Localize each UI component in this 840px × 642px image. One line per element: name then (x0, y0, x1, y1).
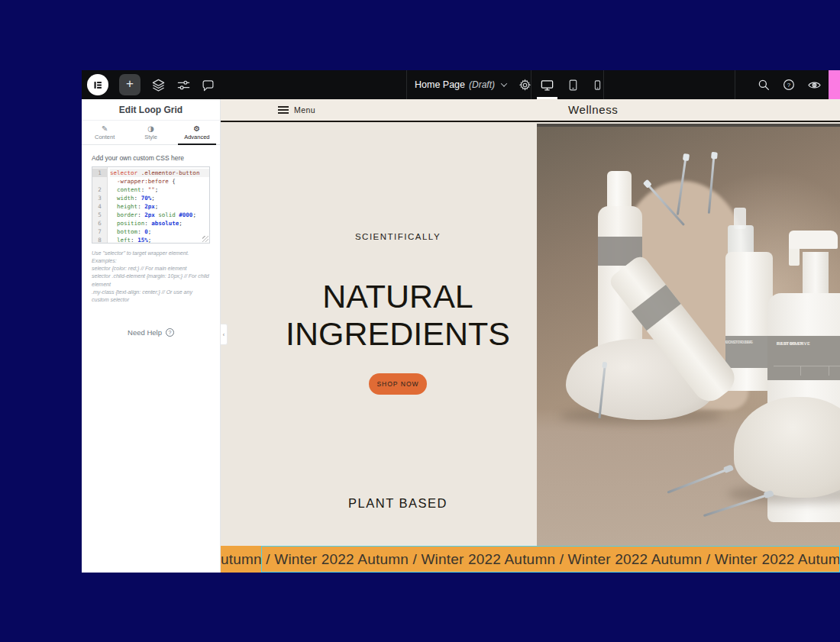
css-gutter: 12345678 (92, 167, 108, 243)
marquee-text: utumn / Winter 2022 Autumn / Winter 2022… (221, 551, 840, 568)
structure-button[interactable] (151, 70, 166, 99)
photo-pump-bottle-head (789, 231, 838, 249)
widget-settings-panel: Edit Loop Grid ✎ Content ◑ Style ⚙ Advan… (82, 99, 221, 573)
shop-now-button[interactable]: SHOP NOW (369, 373, 427, 395)
svg-text:?: ? (787, 82, 791, 89)
pencil-icon: ✎ (102, 124, 108, 133)
structure-layers-icon (151, 78, 166, 92)
document-switcher[interactable]: Home Page (Draft) (415, 70, 531, 99)
panel-tabs: ✎ Content ◑ Style ⚙ Advanced (82, 121, 220, 145)
device-tablet-button[interactable] (565, 70, 581, 99)
hamburger-icon (278, 106, 289, 114)
toolbar-divider (406, 70, 407, 99)
site-logo[interactable]: Wellness (568, 99, 618, 121)
document-settings-button[interactable] (519, 79, 531, 92)
tab-style[interactable]: ◑ Style (128, 121, 173, 144)
photo-pump-bottle-neck (803, 252, 829, 296)
hero-product-photo[interactable]: MOISTURIZING CONDITIONER RESTORATIVE HAI… (537, 124, 840, 546)
marquee-banner[interactable]: utumn / Winter 2022 Autumn / Winter 2022… (221, 546, 840, 573)
mobile-icon (592, 79, 603, 91)
tab-advanced[interactable]: ⚙ Advanced (174, 121, 220, 144)
toolbar-right-group: ? (757, 70, 822, 99)
hero-tagline[interactable]: PLANT BASED (245, 496, 551, 511)
panel-collapse-handle[interactable]: ‹ (221, 324, 228, 345)
toolbar-divider (531, 70, 531, 99)
toolbar-divider (735, 70, 735, 99)
toolbar-divider (603, 70, 604, 99)
site-menu-toggle[interactable]: Menu (278, 99, 315, 121)
photo-foam-bottle-collar (728, 225, 754, 254)
site-header: Menu Wellness (221, 99, 840, 122)
editor-body: Edit Loop Grid ✎ Content ◑ Style ⚙ Advan… (82, 99, 840, 573)
need-help-label: Need Help (128, 328, 162, 337)
search-icon (757, 78, 771, 92)
photo-foam-bottle-label: MOISTURIZING CONDITIONER (725, 336, 773, 368)
document-status: (Draft) (469, 79, 495, 90)
editor-toolbar: + Home Page (Draft) (82, 70, 840, 99)
add-element-button[interactable]: + (119, 74, 141, 95)
editor-resize-grip[interactable] (202, 236, 208, 242)
hero-title-line1: NATURAL (245, 278, 551, 315)
style-contrast-icon: ◑ (147, 124, 154, 133)
custom-css-section: Add your own custom CSS here 12345678 se… (82, 145, 220, 337)
responsive-mode-group (538, 70, 605, 99)
device-desktop-button[interactable] (538, 70, 556, 99)
help-button[interactable]: ? (782, 70, 796, 99)
finder-search-button[interactable] (757, 70, 771, 99)
elementor-logo-button[interactable] (87, 74, 108, 95)
custom-css-label: Add your own custom CSS here (92, 154, 210, 162)
photo-top-edge (537, 124, 840, 127)
site-settings-button[interactable] (176, 70, 191, 99)
elementor-editor-window: + Home Page (Draft) (82, 70, 840, 573)
hero-title-line2: INGREDIENTS (245, 315, 551, 353)
need-help-link[interactable]: Need Help ? (92, 328, 210, 337)
tab-advanced-label: Advanced (184, 134, 209, 140)
desktop-icon (540, 78, 554, 92)
elementor-logo-icon (92, 79, 104, 91)
hero-title[interactable]: NATURAL INGREDIENTS (245, 278, 551, 353)
eye-icon (807, 78, 822, 92)
gear-icon (519, 79, 531, 92)
publish-button[interactable] (829, 70, 840, 99)
bottle-label-line2: HAIR MASK (777, 341, 804, 347)
advanced-gear-icon: ⚙ (193, 124, 200, 133)
hero-section: SCIENTIFICALLY NATURAL INGREDIENTS SHOP … (221, 124, 840, 546)
photo-tall-bottle-cap (607, 171, 632, 209)
preview-canvas: Menu Wellness SCIENTIFICALLY NATURAL ING… (221, 99, 840, 573)
css-code: selector .elementor-button -wrapper:befo… (108, 167, 209, 243)
preview-changes-button[interactable] (807, 70, 822, 99)
hero-eyebrow[interactable]: SCIENTIFICALLY (245, 232, 551, 241)
tab-content-label: Content (95, 134, 115, 140)
sliders-icon (176, 78, 191, 92)
notes-button[interactable] (202, 70, 215, 99)
photo-pump-bottle-label: RESTORATIVE HAIR MASK (767, 336, 840, 380)
toolbar-left-group: + (87, 70, 215, 99)
question-circle-icon: ? (166, 328, 174, 337)
foam-label-line2: CONDITIONER (725, 340, 752, 345)
comment-bubble-icon (202, 79, 215, 92)
chevron-down-icon (501, 80, 507, 86)
menu-label: Menu (294, 105, 315, 115)
tablet-icon (567, 79, 580, 92)
css-help-text: Use "selector" to target wrapper element… (92, 250, 210, 304)
bottle-label-grid (774, 366, 840, 376)
hero-text-column: SCIENTIFICALLY NATURAL INGREDIENTS SHOP … (221, 124, 537, 546)
help-icon: ? (782, 78, 796, 92)
custom-css-editor[interactable]: 12345678 selector .elementor-button -wra… (92, 166, 210, 244)
tab-style-label: Style (144, 134, 157, 140)
document-title: Home Page (415, 79, 465, 90)
tab-content[interactable]: ✎ Content (82, 121, 128, 144)
panel-title: Edit Loop Grid (82, 99, 220, 121)
